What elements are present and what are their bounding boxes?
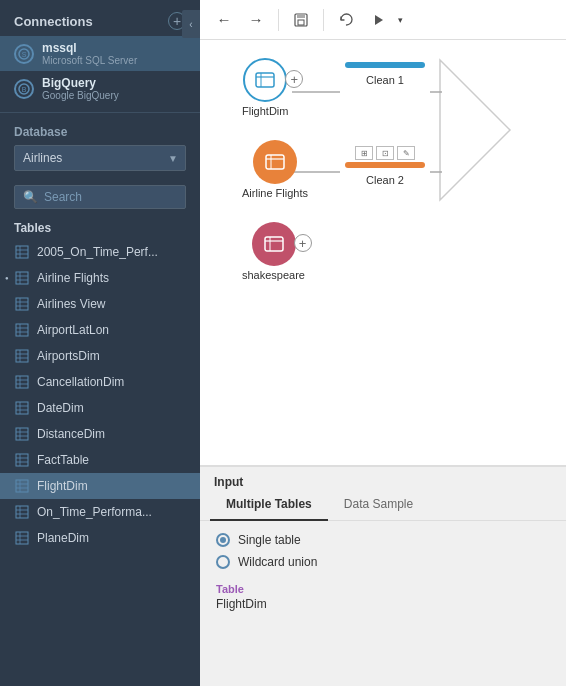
node-clean2[interactable]: ⊞ ⊡ ✎ Clean 2 [345,146,425,186]
input-content: Single table Wildcard union Table Flight… [200,521,566,686]
table-item-label: FactTable [37,453,89,467]
svg-rect-53 [297,14,305,18]
shakespeare-label: shakespeare [242,269,305,281]
sidebar: ‹ Connections + S mssql Microsoft SQL Se… [0,0,200,686]
tab-data-sample[interactable]: Data Sample [328,489,429,521]
table-item[interactable]: CancellationDim [0,369,200,395]
node-shakespeare[interactable]: + shakespeare [242,222,305,281]
search-box: 🔍 [14,185,186,209]
svg-marker-55 [375,15,383,25]
tables-label: Tables [0,217,200,239]
table-grid-icon [14,504,30,520]
connection-item-mssql[interactable]: S mssql Microsoft SQL Server [0,36,200,71]
table-item[interactable]: Airlines View [0,291,200,317]
svg-rect-61 [256,73,274,87]
radio-wildcard-union-circle [216,555,230,569]
table-item[interactable]: AirportLatLon [0,317,200,343]
node-clean1[interactable]: Clean 1 [345,62,425,86]
svg-rect-67 [265,237,283,251]
save-button[interactable] [287,6,315,34]
table-item-label: AirportsDim [37,349,100,363]
refresh-button[interactable] [332,6,360,34]
svg-rect-24 [16,376,28,388]
clean1-bar [345,62,425,68]
back-button[interactable]: ← [210,6,238,34]
flightdim-label: FlightDim [242,105,288,117]
run-button[interactable] [364,9,394,31]
radio-single-table-label: Single table [238,533,301,547]
svg-rect-28 [16,402,28,414]
table-item-label: Airline Flights [37,271,109,285]
node-airline-flights[interactable]: Airline Flights [242,140,308,199]
canvas[interactable]: + FlightDim Clean 1 Airline Flights [200,40,566,466]
svg-rect-48 [16,532,28,544]
table-item[interactable]: PlaneDim [0,525,200,551]
toolbar-divider-2 [323,9,324,31]
radio-single-table[interactable]: Single table [216,533,550,547]
sidebar-toggle[interactable]: ‹ [182,10,200,38]
radio-wildcard-union[interactable]: Wildcard union [216,555,550,569]
forward-button[interactable]: → [242,6,270,34]
connection-item-bigquery[interactable]: B BigQuery Google BigQuery [0,71,200,106]
connection-type-bigquery: Google BigQuery [42,90,119,101]
table-grid-icon [14,348,30,364]
table-grid-icon [14,530,30,546]
bigquery-icon: B [14,79,34,99]
toolbar: ← → ▾ [200,0,566,40]
table-item-label: AirportLatLon [37,323,109,337]
table-item-label: On_Time_Performa... [37,505,152,519]
table-grid-icon [14,478,30,494]
table-grid-icon [14,244,30,260]
node-flightdim[interactable]: + FlightDim [242,58,288,117]
canvas-area: + FlightDim Clean 1 Airline Flights [200,40,566,465]
table-field-label: Table [216,583,550,595]
table-item-label: CancellationDim [37,375,124,389]
table-item[interactable]: AirportsDim [0,343,200,369]
svg-rect-64 [266,155,284,169]
svg-rect-4 [16,246,28,258]
table-item[interactable]: DateDim [0,395,200,421]
svg-rect-32 [16,428,28,440]
connections-label: Connections [14,14,93,29]
flightdim-icon [243,58,287,102]
radio-group: Single table Wildcard union [216,533,550,569]
connection-name-mssql: mssql [42,41,137,55]
tab-multiple-tables[interactable]: Multiple Tables [210,489,328,521]
svg-rect-16 [16,324,28,336]
database-label: Database [14,125,186,139]
svg-rect-8 [16,272,28,284]
table-list: 2005_On_Time_Perf... Airline Flights [0,239,200,686]
table-grid-icon [14,400,30,416]
svg-rect-54 [298,20,304,25]
table-item[interactable]: 2005_On_Time_Perf... [0,239,200,265]
clean2-icon2: ⊡ [376,146,394,160]
svg-rect-20 [16,350,28,362]
flightdim-add-button[interactable]: + [285,70,303,88]
search-icon: 🔍 [23,190,38,204]
database-section: Database Airlines ▼ [0,119,200,177]
table-item[interactable]: On_Time_Performa... [0,499,200,525]
search-input[interactable] [44,190,177,204]
svg-text:S: S [22,51,27,58]
clean2-icon3: ✎ [397,146,415,160]
shakespeare-icon [252,222,296,266]
run-dropdown-button[interactable]: ▾ [394,11,407,29]
table-item[interactable]: FactTable [0,447,200,473]
table-item-label: DateDim [37,401,84,415]
table-field: Table FlightDim [216,583,550,611]
database-select[interactable]: Airlines [14,145,186,171]
table-grid-icon [14,452,30,468]
table-item[interactable]: DistanceDim [0,421,200,447]
table-item[interactable]: Airline Flights [0,265,200,291]
clean2-icon1: ⊞ [355,146,373,160]
shakespeare-add-button[interactable]: + [294,234,312,252]
svg-marker-58 [440,60,510,200]
input-header: Input [200,467,566,489]
clean2-bar [345,162,425,168]
connections-header: Connections + [0,0,200,36]
table-grid-icon [14,374,30,390]
svg-rect-44 [16,506,28,518]
connection-name-bigquery: BigQuery [42,76,119,90]
table-item[interactable]: FlightDim [0,473,200,499]
clean1-label: Clean 1 [366,74,404,86]
